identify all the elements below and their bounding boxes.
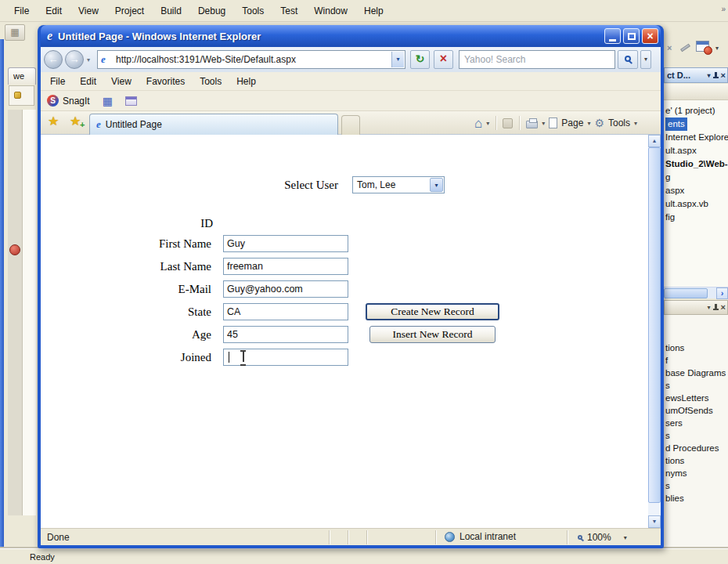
ie-menu-edit[interactable]: Edit xyxy=(80,76,96,87)
server-explorer-item[interactable]: ewsLetters xyxy=(664,392,728,404)
page-menu-button[interactable]: Page xyxy=(561,118,583,128)
solution-tree-item[interactable]: fig xyxy=(664,211,728,224)
solution-tree-item[interactable]: e' (1 project) xyxy=(664,104,728,118)
first-name-input[interactable] xyxy=(223,235,348,252)
home-icon[interactable]: ⌂ xyxy=(474,117,482,130)
snagit-capture-icon[interactable] xyxy=(125,96,137,106)
scroll-up-icon[interactable]: ▲ xyxy=(648,135,661,147)
snagit-button[interactable]: SnagIt xyxy=(63,96,90,107)
print-dropdown-icon[interactable]: ▾ xyxy=(542,120,545,127)
ie-menu-file[interactable]: File xyxy=(50,76,65,87)
tools-menu-button[interactable]: Tools xyxy=(608,118,630,128)
vs-menu-build[interactable]: Build xyxy=(160,5,182,16)
vs-editor-surface[interactable] xyxy=(23,110,36,515)
vs-menu-edit[interactable]: Edit xyxy=(45,5,62,16)
email-input[interactable] xyxy=(223,280,348,298)
forward-button[interactable]: → xyxy=(65,50,84,69)
vs-editor-tab[interactable]: we xyxy=(8,67,36,85)
vs-menu-file[interactable]: File xyxy=(14,5,29,16)
panel-close-icon[interactable]: × xyxy=(721,71,726,80)
last-name-input[interactable] xyxy=(223,258,348,275)
new-tab-button[interactable] xyxy=(341,115,360,135)
vs-window-record-icon[interactable] xyxy=(696,41,709,52)
history-dropdown-icon[interactable]: ▾ xyxy=(87,56,90,63)
server-explorer-item[interactable]: s xyxy=(664,379,728,392)
server-explorer-item[interactable]: s xyxy=(664,479,728,492)
vs-toolbar-dropdown-icon[interactable]: ▾ xyxy=(715,45,719,52)
vs-menu-help[interactable]: Help xyxy=(364,5,384,16)
solution-tree-item[interactable]: aspx xyxy=(664,184,728,197)
scroll-down-icon[interactable]: ▼ xyxy=(648,515,661,528)
address-input[interactable] xyxy=(114,52,390,67)
vs-menu-test[interactable]: Test xyxy=(280,5,297,16)
vs-pencil-icon[interactable] xyxy=(680,44,690,52)
panel-close-icon[interactable]: × xyxy=(721,303,726,312)
state-input[interactable] xyxy=(223,303,348,320)
vs-menu-tools[interactable]: Tools xyxy=(242,5,264,16)
panel-horizontal-scrollbar[interactable]: › xyxy=(664,287,728,298)
page-dropdown-icon[interactable]: ▾ xyxy=(587,120,590,127)
ie-menu-view[interactable]: View xyxy=(111,76,132,87)
vs-left-toolbar-icon[interactable] xyxy=(14,92,21,99)
address-dropdown-button[interactable]: ▾ xyxy=(391,52,404,67)
solution-tree-item[interactable]: Studio_2\Web-S xyxy=(664,157,728,171)
server-explorer-item[interactable]: f xyxy=(664,354,728,367)
solution-tree-item[interactable]: ult.aspx.vb xyxy=(664,197,728,211)
age-input[interactable] xyxy=(223,326,348,343)
tools-dropdown-icon[interactable]: ▾ xyxy=(634,120,637,127)
print-icon[interactable] xyxy=(526,121,538,128)
server-explorer-item[interactable]: d Procedures xyxy=(664,442,728,454)
close-button[interactable]: × xyxy=(642,28,658,44)
tab-untitled-page[interactable]: e Untitled Page xyxy=(89,114,338,135)
snagit-profiles-icon[interactable]: ▦ xyxy=(103,96,113,107)
server-explorer-item[interactable]: tions xyxy=(664,454,728,467)
back-button[interactable]: ← xyxy=(44,50,63,69)
vs-delete-icon[interactable]: × xyxy=(667,43,672,52)
server-explorer-item[interactable]: tions xyxy=(664,342,728,354)
refresh-button[interactable]: ↻ xyxy=(410,50,430,69)
insert-new-record-button[interactable]: Insert New Record xyxy=(369,326,496,343)
server-explorer-item[interactable]: sers xyxy=(664,417,728,429)
server-explorer-item[interactable]: nyms xyxy=(664,467,728,479)
search-button[interactable] xyxy=(618,50,638,69)
search-options-button[interactable]: ▾ xyxy=(640,50,651,69)
select-user-dropdown[interactable]: Tom, Lee ▾ xyxy=(352,176,445,193)
server-explorer-item[interactable]: umOfSends xyxy=(664,404,728,417)
ie-titlebar[interactable]: e Untitled Page - Windows Internet Explo… xyxy=(41,25,661,47)
scrollbar-thumb[interactable] xyxy=(664,288,708,298)
feeds-icon[interactable] xyxy=(503,118,513,128)
solution-tree-item[interactable]: g xyxy=(664,171,728,184)
home-dropdown-icon[interactable]: ▾ xyxy=(486,120,489,127)
panel-collapse-icon[interactable]: ▾ xyxy=(708,304,711,311)
vs-menu-window[interactable]: Window xyxy=(314,5,348,16)
add-favorite-button[interactable]: ★ xyxy=(70,115,81,128)
search-input[interactable] xyxy=(460,51,614,68)
scrollbar-thumb[interactable] xyxy=(648,147,661,503)
panel-collapse-icon[interactable]: ▾ xyxy=(708,72,711,79)
vs-menu-project[interactable]: Project xyxy=(115,5,144,16)
vertical-scrollbar[interactable]: ▲ ▼ xyxy=(648,135,661,528)
favorites-center-button[interactable]: ★ xyxy=(48,115,59,128)
create-new-record-button[interactable]: Create New Record xyxy=(366,303,499,320)
solution-tree-item[interactable]: Internet Explorer xyxy=(664,131,728,144)
server-explorer-item[interactable]: blies xyxy=(664,492,728,504)
minimize-button[interactable] xyxy=(604,28,621,44)
vs-toolbar-icon[interactable]: ▦ xyxy=(5,24,25,41)
vs-breakpoint-margin[interactable] xyxy=(8,110,23,515)
vs-menu-view[interactable]: View xyxy=(78,5,99,16)
maximize-button[interactable] xyxy=(623,28,640,44)
breakpoint-dot[interactable] xyxy=(9,244,20,255)
solution-tree-item[interactable]: ult.aspx xyxy=(664,144,728,157)
ie-menu-favorites[interactable]: Favorites xyxy=(146,76,185,87)
ie-menu-help[interactable]: Help xyxy=(236,76,256,87)
panel-pin-icon[interactable] xyxy=(713,72,719,79)
scrollbar-right-arrow[interactable]: › xyxy=(716,287,728,299)
vs-toolbar-overflow-icon[interactable]: » xyxy=(721,5,726,13)
solution-panel-header[interactable]: ct D... ▾ × xyxy=(664,67,728,83)
dropdown-arrow-icon[interactable]: ▾ xyxy=(430,178,443,192)
ie-menu-tools[interactable]: Tools xyxy=(200,76,222,87)
zoom-dropdown-icon[interactable]: ▾ xyxy=(624,534,627,541)
page-menu-icon[interactable] xyxy=(549,118,557,128)
panel-pin-icon[interactable] xyxy=(713,304,719,311)
vs-menu-debug[interactable]: Debug xyxy=(198,5,225,16)
